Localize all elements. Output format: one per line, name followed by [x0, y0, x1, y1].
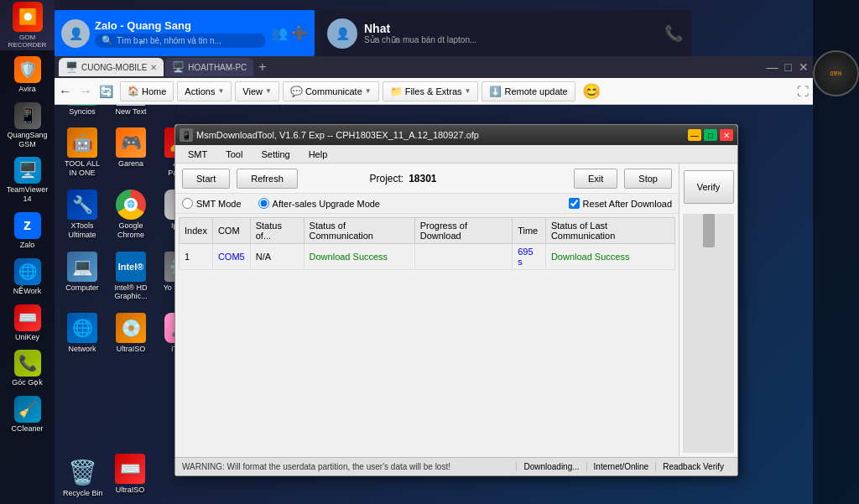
app-toolbar: ← → 🔄 🏠 Home Actions ▼ View ▼ 💬 Communic…	[55, 78, 813, 105]
msm-main: Start Refresh Project: 18301 Exit Stop S…	[175, 164, 679, 456]
files-extras-button[interactable]: 📁 Files & Extras ▼	[383, 81, 479, 101]
toolbar-nav-back[interactable]: ←	[59, 84, 72, 99]
desktop-icon-xtools[interactable]: 🔧 XTools Ultimate	[61, 187, 103, 242]
remote-update-button[interactable]: ⬇️ Remote update	[482, 81, 575, 101]
chrome-icon: 🌐	[116, 190, 146, 220]
msm-stop-btn[interactable]: Stop	[624, 169, 672, 189]
files-arrow: ▼	[465, 87, 471, 95]
msm-internet-status: Internet/Online	[586, 462, 656, 471]
view-button[interactable]: View ▼	[235, 81, 279, 101]
zalo-avatar: 👤	[61, 19, 90, 48]
msm-downloading-status: Downloading...	[516, 462, 586, 471]
msm-refresh-btn[interactable]: Refresh	[237, 169, 298, 189]
cell-last-comm: Download Success	[545, 244, 674, 270]
contact-info: Nhat Sửa chữa mua bán dt lapton...	[364, 22, 476, 44]
contact-sub: Sửa chữa mua bán dt lapton...	[364, 35, 476, 44]
gom-recorder-widget[interactable]: ⏺️ GOM RECORDER	[0, 0, 55, 50]
toolbar-refresh-icon[interactable]: 🔄	[99, 85, 113, 98]
toolall-icon: 🤖	[67, 127, 97, 158]
call-icon[interactable]: 📞	[664, 24, 683, 43]
close-icon[interactable]: ✕	[799, 60, 809, 74]
tab-cuong-mobile[interactable]: 🖥️ CUONG-MOBILE ✕	[59, 58, 164, 76]
recycle-bin[interactable]: 🗑️ Recycle Bin	[63, 455, 103, 497]
msm-verify-btn[interactable]: Verify	[684, 170, 734, 204]
menu-tool[interactable]: Tool	[217, 148, 251, 161]
msm-table-area: Index COM Status of... Status of Communi…	[175, 214, 679, 456]
zalo-contacts-icon[interactable]: 👥	[271, 25, 288, 41]
msm-minimize-btn[interactable]: —	[688, 129, 701, 141]
view-label: View	[242, 86, 263, 96]
col-com: COM	[212, 218, 250, 244]
sidebar-icon-network[interactable]: 🌐 NẾWork	[3, 256, 52, 299]
smt-mode-radio[interactable]: SMT Mode	[182, 198, 242, 209]
msm-toolbar-row: Start Refresh Project: 18301 Exit Stop	[175, 164, 679, 194]
table-row: 1 COM5 N/A Download Success 695 s Downlo…	[180, 244, 675, 270]
desktop-icon-network2[interactable]: 🌐 Network	[61, 310, 103, 356]
desktop-icon-unikey-bottom[interactable]: ⌨️ UltraISO	[109, 451, 151, 497]
after-sales-radio[interactable]: After-sales Upgrade Mode	[258, 198, 380, 209]
maximize-icon[interactable]: □	[785, 60, 792, 74]
browser-tabs-bar: 🖥️ CUONG-MOBILE ✕ 🖥️ HOAITHAM-PC + — □ ✕	[55, 56, 813, 78]
sidebar-icon-avira[interactable]: 🛡️ Avira	[3, 54, 52, 96]
desktop-icon-toolall[interactable]: 🤖 TOOL ALL IN ONE	[61, 125, 103, 180]
tab-hoaitham-pc[interactable]: 🖥️ HOAITHAM-PC	[165, 58, 253, 76]
smt-radio-input[interactable]	[182, 198, 193, 209]
quangsang-label: QuangSang GSM	[6, 131, 49, 149]
cell-time: 695 s	[513, 244, 546, 270]
menu-help[interactable]: Help	[300, 148, 336, 161]
sidebar-icon-zalo[interactable]: z Zalo	[3, 210, 52, 252]
menu-setting[interactable]: Setting	[252, 148, 298, 161]
sidebar-icon-gocgok[interactable]: 📞 Góc Gọk	[3, 347, 52, 390]
msm-readback-status: Readback Verify	[655, 462, 731, 471]
tab-add-button[interactable]: +	[258, 60, 266, 75]
unikey-sidebar-icon: ⌨️	[14, 304, 41, 331]
reset-checkbox[interactable]	[569, 198, 580, 209]
desktop-icon-garena[interactable]: 🎮 Garena	[110, 125, 152, 180]
sidebar-icon-teamviewer[interactable]: 🖥️ TeamViewer 14	[3, 154, 52, 206]
col-status-port: Status of...	[250, 218, 304, 244]
zalo-title: Zalo - Quang Sang	[95, 19, 266, 32]
desktop-icon-computer[interactable]: 💻 Computer	[61, 249, 103, 304]
msm-exit-btn[interactable]: Exit	[574, 169, 617, 189]
sidebar-icon-unikey[interactable]: ⌨️ UniKey	[3, 302, 52, 345]
ultraiso-label: UltraISO	[117, 345, 146, 354]
sidebar-icon-ccleaner[interactable]: 🧹 CCleaner	[3, 393, 52, 436]
after-sales-radio-input[interactable]	[258, 198, 269, 209]
contact-header: 👤 Nhat Sửa chữa mua bán dt lapton... 📞	[319, 10, 691, 56]
desktop-icon-ultraiso[interactable]: 💿 UltraISO	[110, 310, 152, 356]
zalo-add-icon[interactable]: ➕	[291, 25, 308, 41]
msm-project-value: 18301	[409, 173, 436, 184]
recycle-bin-label: Recycle Bin	[63, 489, 103, 497]
gom-icon: ⏺️	[13, 2, 43, 32]
speedometer-widget: 09%	[813, 50, 859, 96]
menu-smt[interactable]: SMT	[180, 148, 216, 161]
newtext-label: New Text	[116, 107, 147, 117]
network-sidebar-icon: 🌐	[14, 258, 41, 285]
minimize-icon[interactable]: —	[767, 60, 778, 74]
home-icon: 🏠	[128, 86, 139, 96]
communicate-button[interactable]: 💬 Communicate ▼	[283, 81, 379, 101]
col-progress: Progress of Download	[414, 218, 512, 244]
tab-cuong-close[interactable]: ✕	[150, 63, 157, 72]
contact-name: Nhat	[364, 22, 476, 35]
msm-close-btn[interactable]: ✕	[720, 129, 733, 141]
download-icon: ⬇️	[489, 86, 502, 97]
sidebar-icon-quangsang[interactable]: 📱 QuangSang GSM	[3, 100, 52, 152]
actions-button[interactable]: Actions ▼	[177, 81, 232, 101]
col-time: Time	[513, 218, 546, 244]
zalo-search-bar[interactable]: 🔍 Tìm bạn bè, nhóm và tin n...	[95, 34, 266, 48]
desktop-icon-intel[interactable]: Intel® Intel® HD Graphic...	[110, 249, 152, 304]
chrome-label: Google Chrome	[112, 221, 149, 240]
msm-mode-row: SMT Mode After-sales Upgrade Mode Reset …	[175, 194, 679, 214]
actions-label: Actions	[185, 86, 215, 96]
cell-progress	[414, 244, 512, 270]
msm-start-btn[interactable]: Start	[182, 169, 230, 189]
expand-icon[interactable]: ⛶	[797, 85, 809, 98]
home-button[interactable]: 🏠 Home	[120, 81, 174, 101]
msm-maximize-btn[interactable]: □	[704, 129, 717, 141]
desktop-icon-chrome[interactable]: 🌐 Google Chrome	[110, 187, 152, 242]
scroll-handle[interactable]	[703, 214, 715, 247]
unikey-bottom-icon: ⌨️	[115, 454, 145, 484]
smt-mode-label: SMT Mode	[196, 199, 242, 209]
msm-right-panel: Verify	[679, 164, 737, 456]
